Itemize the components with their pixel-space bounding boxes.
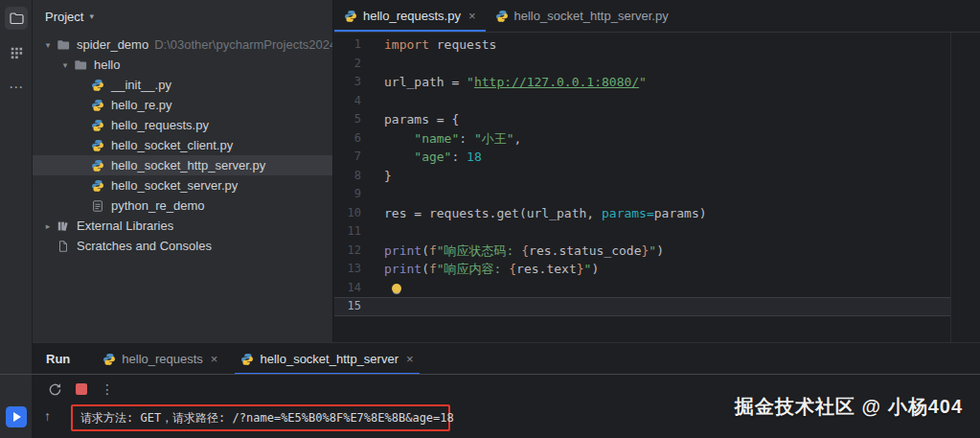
code-line-10[interactable]: 10res = requests.get(url_path, params=pa… — [334, 204, 950, 223]
stop-icon[interactable] — [76, 383, 87, 395]
rerun-icon[interactable] — [48, 382, 62, 397]
code-token: print — [384, 262, 422, 276]
tree-item-label: Scratches and Consoles — [77, 239, 212, 253]
tree-item-path: D:\03other\pycharmProjects2024\sp — [154, 37, 332, 52]
tree-item-label: hello_socket_client.py — [111, 138, 233, 152]
tree-item-label: python_re_demo — [111, 198, 205, 213]
python-icon — [90, 78, 105, 93]
run-tab[interactable]: hello_requests× — [91, 343, 229, 375]
tree-item[interactable]: __init__.py — [33, 75, 332, 95]
tree-item-label: spider_demo — [77, 37, 148, 52]
code-text: } — [384, 167, 392, 186]
line-number: 15 — [334, 298, 361, 315]
python-icon — [90, 98, 105, 113]
code-token: requests — [429, 37, 496, 52]
python-file-icon — [495, 10, 509, 23]
run-panel: Run hello_requests×hello_socket_http_ser… — [33, 342, 980, 438]
line-number: 13 — [334, 260, 361, 279]
code-line-7[interactable]: 7 "age": 18 — [334, 148, 950, 167]
close-icon[interactable]: × — [211, 352, 218, 366]
code-token: : — [451, 150, 467, 164]
code-token: res.status_code — [529, 243, 641, 258]
code-line-5[interactable]: 5params = { — [334, 110, 950, 129]
tree-item[interactable]: ▾hello — [33, 55, 332, 75]
run-tab-label: hello_socket_http_server — [260, 352, 399, 366]
code-text: print(f"响应内容: {res.text}") — [384, 260, 599, 279]
code-text: params = { — [384, 110, 459, 129]
tree-item[interactable]: hello_socket_http_server.py — [33, 155, 332, 175]
tree-item[interactable]: hello_socket_server.py — [33, 175, 332, 196]
chevron-down-icon[interactable]: ▾ — [40, 40, 56, 50]
tree-item[interactable]: ▾spider_demoD:\03other\pycharmProjects20… — [33, 35, 332, 55]
tree-item-label: hello_re.py — [111, 98, 172, 112]
code-line-11[interactable]: 11 — [334, 222, 950, 242]
close-icon[interactable]: × — [468, 9, 476, 23]
editor-tab[interactable]: hello_requests.py× — [334, 0, 486, 32]
chevron-right-icon[interactable]: ▸ — [40, 221, 56, 231]
ellipsis-icon: ⋯ — [9, 79, 23, 96]
code-line-12[interactable]: 12print(f"响应状态码: {res.status_code}") — [334, 242, 950, 261]
code-token: ) — [656, 243, 664, 258]
code-token: , — [514, 131, 522, 146]
code-token: import — [384, 37, 429, 52]
code-token: { — [509, 262, 516, 276]
editor: hello_requests.py×hello_socket_http_serv… — [334, 0, 980, 342]
code-line-9[interactable]: 9 — [334, 185, 950, 204]
tree-item[interactable]: python_re_demo — [33, 196, 332, 216]
tool-windows-grid-icon[interactable] — [5, 41, 28, 64]
project-tool-window-icon[interactable] — [5, 7, 28, 30]
code-line-13[interactable]: 13print(f"响应内容: {res.text}") — [334, 260, 950, 279]
tree-item[interactable]: hello_socket_client.py — [33, 135, 332, 155]
line-number: 1 — [334, 35, 361, 55]
code-line-14[interactable]: 14 — [334, 279, 950, 298]
intention-bulb-icon[interactable] — [392, 284, 401, 293]
chevron-down-icon[interactable]: ▾ — [57, 60, 73, 70]
code-line-4[interactable]: 4 — [334, 92, 950, 111]
tree-item-label: hello — [94, 58, 120, 72]
tree-item[interactable]: ▸External Libraries — [33, 216, 332, 236]
code-line-1[interactable]: 1import requests — [334, 35, 950, 55]
editor-tab-label: hello_requests.py — [363, 9, 461, 23]
close-icon[interactable]: × — [406, 352, 414, 366]
code-text: res = requests.get(url_path, params=para… — [384, 204, 707, 223]
line-number: 3 — [334, 73, 361, 92]
code-token: : — [459, 131, 474, 146]
editor-tab[interactable]: hello_socket_http_server.py — [486, 0, 678, 32]
run-tabs: hello_requests×hello_socket_http_server× — [91, 343, 424, 375]
code-line-8[interactable]: 8} — [334, 167, 950, 186]
tree-item-label: hello_socket_server.py — [111, 178, 238, 193]
code-token: print — [384, 243, 422, 258]
scratches-icon — [56, 239, 71, 254]
code-text: import requests — [384, 35, 496, 55]
code-token: " — [639, 75, 647, 89]
line-number: 8 — [334, 167, 361, 186]
line-number: 6 — [334, 129, 361, 149]
python-icon — [90, 158, 105, 173]
up-arrow-icon[interactable]: ↑ — [44, 408, 51, 424]
code-text — [384, 279, 401, 298]
tree-item[interactable]: hello_re.py — [33, 95, 332, 115]
tree-item[interactable]: Scratches and Consoles — [33, 236, 332, 256]
tree-item-label: hello_requests.py — [111, 118, 209, 132]
editor-tab-label: hello_socket_http_server.py — [514, 9, 669, 23]
more-options-icon[interactable]: ⋮ — [101, 381, 114, 397]
tree-item[interactable]: hello_requests.py — [33, 115, 332, 135]
code-line-2[interactable]: 2 — [334, 55, 950, 74]
run-tab[interactable]: hello_socket_http_server× — [229, 343, 424, 375]
python-run-icon — [240, 353, 254, 366]
line-number: 4 — [334, 92, 361, 111]
libraries-icon — [56, 219, 71, 234]
code-line-3[interactable]: 3url_path = "http://127.0.0.1:8080/" — [334, 73, 950, 92]
code-token: } — [384, 169, 392, 183]
code-text: url_path = "http://127.0.0.1:8080/" — [384, 73, 647, 92]
code-token: res.text — [516, 262, 577, 276]
console-output: 请求方法: GET，请求路径: /?name=%E5%B0%8F%E7%8E%8… — [80, 410, 454, 426]
code-line-6[interactable]: 6 "name": "小王", — [334, 129, 950, 149]
code-line-15[interactable]: 15 — [334, 297, 950, 316]
code-token: params = { — [384, 112, 459, 127]
code-token: "响应状态码: — [437, 243, 521, 258]
more-tool-windows-icon[interactable]: ⋯ — [5, 76, 28, 99]
run-tool-window-icon[interactable] — [5, 405, 28, 428]
chevron-down-icon[interactable]: ▾ — [89, 12, 94, 21]
project-panel-title[interactable]: Project — [45, 10, 83, 24]
